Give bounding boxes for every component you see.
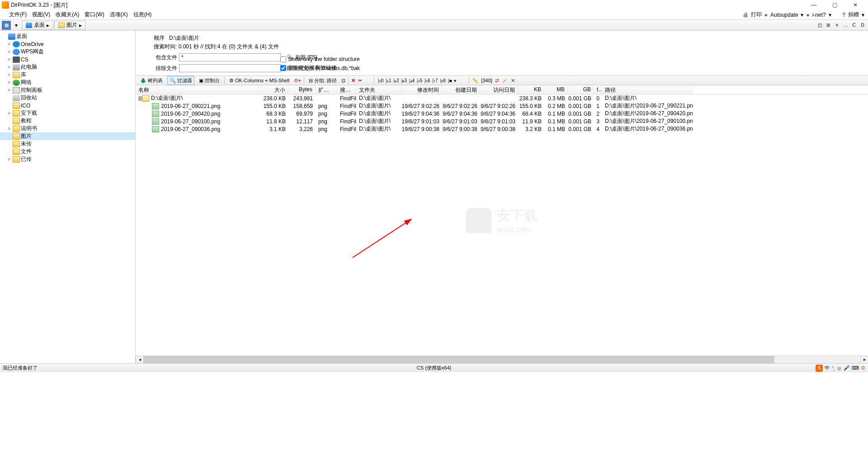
tree-node[interactable]: ICO bbox=[0, 102, 135, 109]
menu-window[interactable]: 窗口(W) bbox=[85, 11, 104, 19]
expand-icon[interactable]: > bbox=[6, 126, 12, 131]
chk-show-folder[interactable]: Show only the folder structure bbox=[280, 56, 850, 62]
menu-file[interactable]: 文件(F) bbox=[9, 11, 27, 19]
column-header[interactable]: 路径 bbox=[602, 85, 693, 94]
tree-node[interactable]: >CS bbox=[0, 56, 135, 63]
expand-icon[interactable]: > bbox=[6, 57, 12, 62]
btn-treelist[interactable]: 🌲树列表 bbox=[138, 76, 165, 85]
scrollbar-thumb[interactable] bbox=[143, 356, 774, 363]
group-config-icon[interactable]: ⊡ bbox=[341, 78, 345, 84]
dropdown-icon-3[interactable]: ▾ bbox=[862, 12, 864, 18]
column-header[interactable]: 修改时间 bbox=[401, 85, 442, 94]
column-header[interactable]: Bytes bbox=[288, 85, 316, 94]
table-row[interactable]: 2019-06-27_090221.png155.0 KB158,659pngF… bbox=[136, 102, 868, 110]
tray-punct[interactable]: °, bbox=[831, 365, 835, 371]
exclude-input[interactable] bbox=[179, 64, 281, 72]
horizontal-scrollbar[interactable]: ◂ ▸ bbox=[136, 356, 868, 363]
wand-icon[interactable]: 🪄 bbox=[502, 78, 508, 84]
column-header[interactable]: MB bbox=[544, 85, 568, 94]
expand-icon[interactable]: > bbox=[6, 88, 12, 93]
close-button[interactable]: ✕ bbox=[849, 2, 862, 8]
menu-options[interactable]: 选项(X) bbox=[110, 11, 128, 19]
breadcrumb-pictures[interactable]: 图片 ▸ bbox=[54, 21, 86, 30]
scroll-right[interactable]: ▸ bbox=[860, 356, 868, 363]
layout-d[interactable]: D bbox=[859, 22, 866, 29]
expand-icon[interactable]: > bbox=[6, 111, 12, 116]
grid-icon[interactable]: ▦ bbox=[2, 21, 11, 30]
dropdown-icon-2[interactable]: ▾ bbox=[829, 12, 831, 18]
menu-print[interactable]: 打印 bbox=[751, 11, 762, 19]
menu-donate[interactable]: 捐赠 bbox=[848, 11, 859, 19]
tray-keyboard-icon[interactable]: ⌨ bbox=[852, 365, 859, 371]
tray-lang[interactable]: 中 bbox=[825, 365, 830, 371]
dropdown-icon[interactable]: ⚙▾ bbox=[294, 78, 301, 84]
tree-node[interactable]: >安下载 bbox=[0, 109, 135, 117]
table-row[interactable]: 2019-06-27_090036.png3.1 KB3,226pngFindF… bbox=[136, 125, 868, 133]
layout-btn-2[interactable]: ⊞ bbox=[825, 22, 832, 29]
tree-node[interactable]: >OneDrive bbox=[0, 40, 135, 48]
tree-node[interactable]: 教程 bbox=[0, 117, 135, 125]
dropdown-icon[interactable]: ▾ bbox=[801, 12, 803, 18]
expand-icon[interactable]: > bbox=[6, 49, 12, 54]
layout-close[interactable]: ✕ bbox=[833, 22, 840, 29]
delete-icon[interactable]: ✕ bbox=[351, 78, 355, 84]
layout-c[interactable]: C bbox=[850, 22, 858, 29]
table-row[interactable]: ⊟D:\桌面\图片\238.0 KB243,981FindFileD:\桌面\图… bbox=[136, 94, 868, 102]
cut-icon[interactable]: ✂ bbox=[358, 78, 362, 84]
tree-node[interactable]: >此电脑 bbox=[0, 63, 135, 71]
column-header[interactable]: KB bbox=[518, 85, 544, 94]
help-icon[interactable]: ? bbox=[842, 12, 845, 18]
btn-okcolumns[interactable]: ⚙OK-Columns + MS-Shell bbox=[227, 76, 291, 85]
layout-btn-1[interactable]: ◫ bbox=[816, 22, 823, 29]
expand-icon[interactable]: > bbox=[6, 80, 12, 85]
minimize-button[interactable]: — bbox=[807, 2, 820, 8]
chk-exclude-links[interactable]: 排除硬链接和软链接 bbox=[280, 64, 850, 72]
breadcrumb-desktop[interactable]: 桌面 ▸ bbox=[22, 21, 53, 30]
tree-node[interactable]: >已传 bbox=[0, 155, 135, 163]
menu-favorites[interactable]: 收藏夹(A) bbox=[56, 11, 79, 19]
btn-group[interactable]: ⊟分组: 路径 bbox=[307, 76, 339, 85]
btn-filter[interactable]: 🔍过滤器 bbox=[167, 76, 194, 85]
btn-console[interactable]: ▣控制台 bbox=[197, 76, 222, 85]
expand-icon[interactable]: > bbox=[6, 42, 12, 47]
menu-view[interactable]: 视图(V) bbox=[32, 11, 50, 19]
column-header[interactable]: t... bbox=[594, 85, 602, 94]
scroll-left[interactable]: ◂ bbox=[136, 356, 143, 363]
expand-icon[interactable]: > bbox=[6, 157, 12, 162]
tree-node[interactable]: 桌面 bbox=[0, 33, 135, 40]
tree-node[interactable]: >WPS网盘 bbox=[0, 48, 135, 56]
column-header[interactable]: GB bbox=[568, 85, 594, 94]
tray-sogou-icon[interactable]: S bbox=[816, 365, 823, 372]
tree-node[interactable]: >库 bbox=[0, 71, 135, 79]
tree-node[interactable]: >网络 bbox=[0, 79, 135, 86]
tree-node[interactable]: 文件 bbox=[0, 148, 135, 155]
tray-mic-icon[interactable]: 🎤 bbox=[844, 365, 850, 371]
folder-tree[interactable]: 桌面>OneDrive>WPS网盘>CS>此电脑>库>网络>控制面板回收站ICO… bbox=[0, 31, 136, 363]
include-input[interactable] bbox=[179, 53, 281, 61]
menu-inet[interactable]: i-net? bbox=[812, 12, 826, 18]
column-header[interactable]: 访问日期 bbox=[480, 85, 518, 94]
ruler-icon[interactable]: 📏 bbox=[472, 78, 478, 84]
expand-icon[interactable]: > bbox=[6, 65, 12, 70]
column-width-presets[interactable]: |₀0|₁1|₂2|₃3|₄4|₅5|₆6|₇7|₈8|■▾ bbox=[377, 78, 457, 83]
tree-node[interactable]: 回收站 bbox=[0, 94, 135, 102]
tree-node[interactable]: >说明书 bbox=[0, 125, 135, 132]
tree-node[interactable]: >控制面板 bbox=[0, 86, 135, 94]
expand-icon[interactable]: > bbox=[6, 72, 12, 77]
column-header[interactable]: 创建日期 bbox=[442, 85, 480, 94]
tree-node[interactable]: 未传 bbox=[0, 140, 135, 148]
swap-icon[interactable]: ⇄ bbox=[495, 78, 499, 84]
column-header[interactable]: 文件夹 bbox=[356, 85, 401, 94]
layout-prev[interactable]: … bbox=[842, 22, 849, 29]
menu-info[interactable]: 信息(H) bbox=[133, 11, 152, 19]
chevron-down-icon[interactable]: ▾ bbox=[12, 21, 21, 30]
delete-icon-2[interactable]: ✕ bbox=[511, 78, 515, 84]
tray-smiley-icon[interactable]: ☺ bbox=[837, 365, 842, 371]
column-header[interactable]: 大小 bbox=[259, 85, 288, 94]
tray-settings-icon[interactable]: ⚙ bbox=[861, 365, 865, 371]
column-header[interactable]: 搜索... bbox=[337, 85, 356, 94]
file-list[interactable]: 名称大小Bytes扩展名搜索...文件夹修改时间创建日期访问日期KBMBGBt.… bbox=[136, 85, 868, 356]
table-row[interactable]: 2019-06-27_090100.png11.8 KB12,117pngFin… bbox=[136, 117, 868, 125]
column-header[interactable]: 名称 bbox=[136, 85, 259, 94]
table-row[interactable]: 2019-06-27_090420.png68.3 KB69,979pngFin… bbox=[136, 110, 868, 117]
